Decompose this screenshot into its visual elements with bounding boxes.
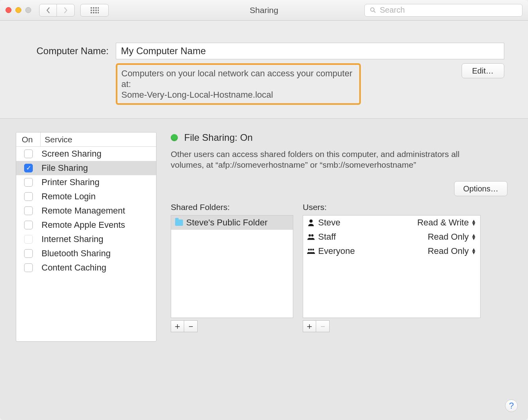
service-label: File Sharing xyxy=(41,163,88,173)
user-icon xyxy=(307,233,315,241)
nav-group xyxy=(39,4,75,17)
stepper-icon: ▲▼ xyxy=(471,234,476,240)
permission-selector[interactable]: Read Only▲▼ xyxy=(428,246,476,256)
service-detail: File Sharing: On Other users can access … xyxy=(171,132,507,408)
service-label: Remote Login xyxy=(41,191,96,202)
service-label: Bluetooth Sharing xyxy=(41,248,111,259)
add-user-button[interactable]: ＋ xyxy=(303,320,316,332)
search-field[interactable]: Search xyxy=(364,4,522,17)
service-label: Content Caching xyxy=(41,263,106,273)
computer-name-label: Computer Name: xyxy=(24,45,109,57)
svg-point-10 xyxy=(95,12,97,13)
service-row[interactable]: Printer Sharing xyxy=(16,175,156,189)
options-button[interactable]: Options… xyxy=(454,181,507,196)
service-label: Remote Management xyxy=(41,206,125,216)
user-name: Everyone xyxy=(318,246,355,256)
service-description: Other users can access shared folders on… xyxy=(171,149,471,170)
service-row[interactable]: ✓File Sharing xyxy=(16,161,156,175)
service-label: Remote Apple Events xyxy=(41,220,125,230)
user-row[interactable]: StaffRead Only▲▼ xyxy=(303,230,480,244)
folder-icon xyxy=(175,219,183,226)
svg-point-7 xyxy=(98,9,99,11)
service-row[interactable]: Bluetooth Sharing xyxy=(16,246,156,261)
user-icon xyxy=(307,247,315,255)
search-placeholder: Search xyxy=(380,6,405,15)
shared-folder-row[interactable]: Steve's Public Folder xyxy=(171,216,293,230)
computer-name-input[interactable] xyxy=(116,43,504,59)
permission-selector[interactable]: Read & Write▲▼ xyxy=(417,218,476,228)
stepper-icon: ▲▼ xyxy=(471,219,476,226)
edit-hostname-button[interactable]: Edit… xyxy=(462,63,504,78)
service-label: Printer Sharing xyxy=(41,177,100,187)
user-name: Steve xyxy=(318,218,340,228)
permission-label: Read Only xyxy=(428,246,469,256)
service-row[interactable]: Screen Sharing xyxy=(16,147,156,161)
remove-user-button: － xyxy=(316,320,330,332)
shared-folders-label: Shared Folders: xyxy=(171,202,293,212)
traffic-lights xyxy=(6,7,31,13)
minimize-window-button[interactable] xyxy=(15,7,21,13)
close-window-button[interactable] xyxy=(6,7,11,13)
svg-point-2 xyxy=(95,7,97,9)
permission-selector[interactable]: Read Only▲▼ xyxy=(428,232,476,242)
user-row[interactable]: SteveRead & Write▲▼ xyxy=(303,216,480,230)
service-checkbox[interactable]: ✓ xyxy=(24,164,33,172)
service-row[interactable]: Content Caching xyxy=(16,261,156,275)
service-checkbox[interactable] xyxy=(24,249,33,258)
shared-folders-list[interactable]: Steve's Public Folder xyxy=(171,215,293,318)
service-row[interactable]: Remote Login xyxy=(16,189,156,204)
svg-point-8 xyxy=(91,12,92,13)
remove-folder-button[interactable]: － xyxy=(184,320,198,332)
help-button[interactable]: ? xyxy=(505,399,518,412)
service-checkbox[interactable] xyxy=(24,263,33,272)
service-checkbox[interactable] xyxy=(24,149,33,158)
permission-label: Read Only xyxy=(428,232,469,242)
service-checkbox[interactable] xyxy=(24,206,33,215)
hint-line1: Computers on your local network can acce… xyxy=(121,68,355,89)
zoom-window-button xyxy=(25,7,31,13)
local-hostname-hint: Computers on your local network can acce… xyxy=(116,63,361,105)
service-row[interactable]: Remote Apple Events xyxy=(16,218,156,232)
services-header-on: On xyxy=(16,132,41,146)
search-icon xyxy=(370,7,377,14)
services-list: On Service Screen Sharing✓File SharingPr… xyxy=(16,132,157,342)
status-indicator-icon xyxy=(171,134,178,141)
sharing-window: Sharing Search Computer Name: Computers … xyxy=(0,0,528,420)
service-checkbox xyxy=(24,235,33,244)
svg-point-1 xyxy=(93,7,94,9)
user-icon xyxy=(307,219,315,227)
service-label: Screen Sharing xyxy=(41,149,102,159)
sharing-main: On Service Screen Sharing✓File SharingPr… xyxy=(0,118,528,420)
svg-point-9 xyxy=(93,12,94,13)
service-row[interactable]: Remote Management xyxy=(16,204,156,218)
computer-name-section: Computer Name: Computers on your local n… xyxy=(0,21,528,118)
titlebar: Sharing Search xyxy=(0,0,528,21)
show-all-button[interactable] xyxy=(80,4,109,17)
svg-point-4 xyxy=(91,9,92,11)
services-header-service: Service xyxy=(41,135,72,144)
service-checkbox[interactable] xyxy=(24,221,33,229)
services-header: On Service xyxy=(16,132,156,147)
service-checkbox[interactable] xyxy=(24,178,33,187)
service-checkbox[interactable] xyxy=(24,192,33,201)
hint-line2: Some-Very-Long-Local-Hostname.local xyxy=(121,89,355,100)
user-name: Staff xyxy=(318,232,336,242)
permission-label: Read & Write xyxy=(417,218,469,228)
users-list[interactable]: SteveRead & Write▲▼StaffRead Only▲▼Every… xyxy=(303,215,481,318)
user-row[interactable]: EveryoneRead Only▲▼ xyxy=(303,244,480,258)
service-label: Internet Sharing xyxy=(41,234,104,244)
svg-point-11 xyxy=(98,12,99,13)
status-text: File Sharing: On xyxy=(184,132,253,143)
svg-point-5 xyxy=(93,9,94,11)
users-label: Users: xyxy=(303,202,481,212)
stepper-icon: ▲▼ xyxy=(471,248,476,254)
back-button[interactable] xyxy=(40,4,57,16)
forward-button[interactable] xyxy=(57,4,74,16)
add-folder-button[interactable]: ＋ xyxy=(171,320,184,332)
svg-point-3 xyxy=(98,7,99,9)
service-row[interactable]: Internet Sharing xyxy=(16,232,156,246)
shared-folder-name: Steve's Public Folder xyxy=(186,218,268,228)
svg-point-6 xyxy=(95,9,97,11)
svg-point-0 xyxy=(91,7,92,9)
